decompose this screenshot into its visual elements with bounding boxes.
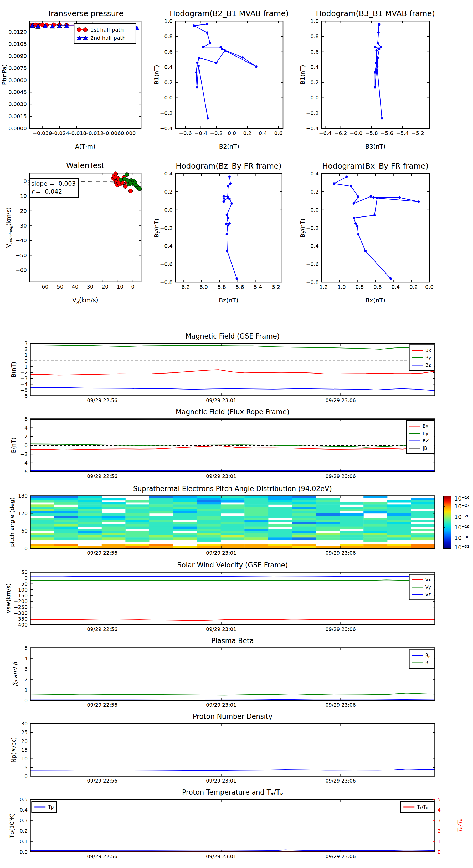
panel-title: Magnetic Field (Flux Rope Frame) [176, 408, 290, 416]
axis-ticks: 09/29 22:5609/29 23:0109/29 23:060510152… [21, 721, 435, 783]
svg-text:3: 3 [25, 340, 28, 346]
svg-text:0: 0 [438, 849, 441, 855]
svg-text:−0.4: −0.4 [160, 243, 173, 249]
svg-text:−0.012: −0.012 [84, 130, 104, 136]
panel-solar-wind-velocity: Solar Wind Velocity (GSE Frame) Vsw(km/s… [30, 572, 435, 625]
svg-text:−350: −350 [14, 616, 28, 622]
svg-text:0.0075: 0.0075 [8, 65, 27, 71]
svg-text:10⁻²⁸: 10⁻²⁸ [454, 514, 469, 520]
svg-text:09/29 23:06: 09/29 23:06 [325, 473, 356, 479]
svg-text:15: 15 [21, 747, 28, 753]
svg-text:2: 2 [25, 677, 28, 682]
panel-title: Proton Number Density [193, 713, 272, 720]
svg-text:2nd half path: 2nd half path [91, 35, 126, 41]
svg-text:120: 120 [18, 510, 28, 516]
svg-text:−40: −40 [67, 283, 78, 290]
svg-text:09/29 22:56: 09/29 22:56 [87, 702, 117, 708]
panel-title: Magnetic Field (GSE Frame) [185, 332, 280, 340]
svg-text:0: 0 [25, 358, 28, 364]
y-axis-label: By(nT) [153, 218, 160, 238]
series-By' [30, 444, 435, 449]
series-|B| [30, 420, 435, 420]
series-beta-p [30, 700, 435, 700]
svg-text:−0.4: −0.4 [387, 284, 400, 290]
svg-text:09/29 22:56: 09/29 22:56 [87, 473, 117, 479]
panel-transverse-pressure: Transverse pressure Pt(nPa) A(T·m) −0.03… [29, 21, 141, 128]
svg-text:−1.0: −1.0 [333, 284, 346, 290]
svg-text:−4: −4 [20, 460, 28, 466]
svg-text:−50: −50 [52, 283, 63, 290]
y-axis-label: B1(nT) [153, 65, 160, 85]
colorbar: 10⁻²⁶10⁻²⁷10⁻²⁸10⁻²⁹10⁻³⁰10⁻³¹ [443, 495, 469, 551]
axis-ticks: 09/29 22:5609/29 23:0109/29 23:06500−50−… [14, 569, 435, 632]
series-B3-B1 path [374, 23, 383, 119]
hodogram-b2-b1-plot: −0.6−0.4−0.20.00.20.40.6−0.4−0.20.00.20.… [175, 21, 283, 128]
svg-text:−10: −10 [112, 283, 123, 290]
svg-text:0: 0 [25, 698, 28, 703]
legend: 1st half path2nd half path [74, 24, 136, 44]
series-Bz' [30, 470, 435, 471]
svg-text:By': By' [423, 431, 429, 436]
y-axis-label: B(nT) [10, 362, 17, 377]
svg-text:60: 60 [21, 528, 28, 534]
hodogram-bz-by-plot: −6.2−6.0−5.8−5.6−5.4−5.2−0.8−0.6−0.4−0.2… [175, 174, 282, 282]
svg-text:−250: −250 [14, 604, 28, 610]
panel-magnetic-field-gse: Magnetic Field (GSE Frame) B(nT) 09/29 2… [30, 343, 435, 396]
svg-text:Vy: Vy [426, 585, 431, 590]
svg-text:0.0: 0.0 [164, 207, 173, 213]
svg-text:0.1: 0.1 [20, 839, 28, 844]
svg-text:−30: −30 [16, 222, 27, 229]
svg-text:09/29 23:01: 09/29 23:01 [206, 626, 236, 632]
svg-text:0.6: 0.6 [164, 49, 173, 55]
svg-text:Vx: Vx [426, 577, 431, 582]
svg-text:0.2: 0.2 [164, 79, 173, 86]
magnetic-field-fr-plot: 09/29 22:5609/29 23:0109/29 23:066420−2−… [30, 419, 435, 472]
svg-text:−30: −30 [82, 283, 93, 290]
svg-text:0: 0 [25, 546, 28, 551]
heatmap-cells [30, 496, 435, 549]
svg-text:Tₑ/Tₚ: Tₑ/Tₚ [417, 804, 428, 810]
svg-text:Bz: Bz [426, 363, 431, 368]
magnetic-field-gse-plot: 09/29 22:5609/29 23:0109/29 23:063210−1−… [30, 343, 435, 396]
legend: Tp [32, 802, 57, 812]
svg-text:10⁻²⁷: 10⁻²⁷ [454, 503, 469, 510]
svg-text:−5.6: −5.6 [380, 130, 393, 136]
svg-text:09/29 23:01: 09/29 23:01 [206, 473, 236, 479]
panel-hodogram-bz-by: Hodogram(Bz_By FR frame) By(nT) Bz(nT) −… [175, 174, 282, 282]
svg-text:6: 6 [25, 416, 28, 422]
svg-text:−0.8: −0.8 [351, 284, 364, 290]
panel-title: Hodogram(B3_B1 MVAB frame) [316, 9, 435, 18]
svg-text:0.0030: 0.0030 [8, 101, 27, 107]
svg-text:−2: −2 [20, 370, 28, 375]
panel-title: Hodogram(B2_B1 MVAB frame) [169, 9, 289, 18]
svg-text:−20: −20 [16, 208, 27, 214]
hodogram-bx-by-plot: −1.2−1.0−0.8−0.6−0.4−0.20.0−0.8−0.6−0.4−… [322, 174, 429, 282]
panel-hodogram-b3-b1: Hodogram(B3_B1 MVAB frame) B1(nT) B3(nT)… [322, 21, 429, 128]
proton-density-plot: 09/29 22:5609/29 23:0109/29 23:060510152… [30, 723, 435, 776]
svg-text:09/29 23:01: 09/29 23:01 [206, 854, 236, 859]
svg-text:09/29 23:06: 09/29 23:06 [325, 397, 356, 403]
svg-text:0.0: 0.0 [20, 849, 28, 855]
hodogram-b3-b1-plot: −6.4−6.2−6.0−5.8−5.6−5.4−5.2−0.4−0.20.00… [322, 21, 429, 128]
svg-text:−6.0: −6.0 [195, 284, 208, 290]
y-axis-label: Np(#/cc) [10, 737, 17, 763]
svg-text:1st half path: 1st half path [91, 27, 124, 33]
svg-text:09/29 22:56: 09/29 22:56 [87, 397, 117, 403]
svg-text:0.5: 0.5 [20, 797, 28, 802]
svg-text:By: By [426, 355, 431, 360]
svg-text:1: 1 [438, 839, 441, 844]
y-axis-label: B(nT) [10, 437, 17, 453]
x-axis-label: B2(nT) [219, 143, 239, 150]
svg-text:4: 4 [25, 425, 28, 431]
panel-proton-density: Proton Number Density Np(#/cc) 09/29 22:… [30, 723, 435, 776]
svg-text:0.2: 0.2 [310, 79, 319, 86]
svg-text:−5.8: −5.8 [213, 284, 226, 290]
svg-text:−6: −6 [20, 469, 28, 474]
y-axis-label: Vremaining(km/s) [5, 207, 12, 248]
panel-title: Hodogram(Bx_By FR frame) [322, 161, 429, 170]
axis-ticks: 09/29 22:5609/29 23:0109/29 23:060.00.10… [20, 797, 441, 859]
svg-text:0.6: 0.6 [310, 49, 319, 55]
svg-text:09/29 23:01: 09/29 23:01 [206, 550, 236, 556]
series-Vy [30, 580, 435, 581]
panel-walen-test: WalenTest Vremaining(km/s) VA(km/s) slop… [29, 173, 141, 282]
